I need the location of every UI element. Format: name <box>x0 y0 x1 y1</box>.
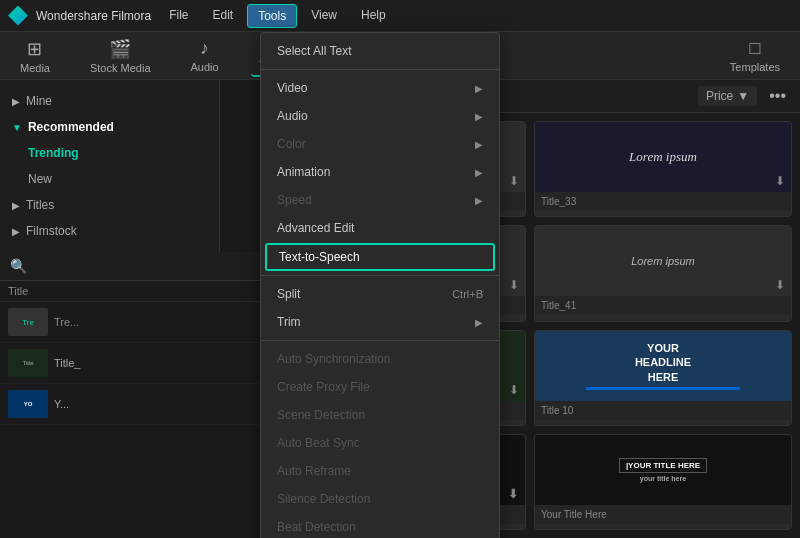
template-thumb-33: Lorem ipsum ⬇ <box>535 122 791 192</box>
audio-arrow-icon: ▶ <box>475 111 483 122</box>
template-thumb-10: YOURHEADLINEHERE <box>535 331 791 401</box>
title-list: Tre Tre... Title Title_ YO Y... <box>0 302 260 425</box>
toolbar-audio[interactable]: ♪ Audio <box>183 34 227 77</box>
sidebar-trending[interactable]: Trending <box>0 140 219 166</box>
template-title-33[interactable]: Lorem ipsum ⬇ Title_33 <box>534 121 792 217</box>
mine-triangle-icon: ▶ <box>12 96 20 107</box>
menu-file[interactable]: File <box>159 4 198 28</box>
menu-scene-detect: Scene Detection <box>261 401 499 429</box>
speed-arrow-icon: ▶ <box>475 195 483 206</box>
menu-trim[interactable]: Trim ▶ <box>261 308 499 336</box>
title-list-item-1[interactable]: Title Title_ <box>0 343 260 384</box>
color-arrow-icon: ▶ <box>475 139 483 150</box>
menu-auto-sync: Auto Synchronization <box>261 345 499 373</box>
download-icon-33: ⬇ <box>775 174 785 188</box>
menu-text-to-speech[interactable]: Text-to-Speech <box>265 243 495 271</box>
left-panel: ▶ Mine ▼ Recommended Trending New ▶ Titl… <box>0 80 260 538</box>
animation-arrow-icon: ▶ <box>475 167 483 178</box>
toolbar-stock-media[interactable]: 🎬 Stock Media <box>82 34 159 78</box>
stock-media-icon: 🎬 <box>109 38 131 60</box>
template-label-your-title-2: Your Title Here <box>535 505 791 524</box>
menu-help[interactable]: Help <box>351 4 396 28</box>
download-icon-41: ⬇ <box>775 278 785 292</box>
download-icon-your-title-1: ⬇ <box>508 487 519 501</box>
more-options-button[interactable]: ••• <box>765 87 790 105</box>
menu-create-proxy: Create Proxy File <box>261 373 499 401</box>
menu-audio[interactable]: Audio ▶ <box>261 102 499 130</box>
trim-arrow-icon: ▶ <box>475 317 483 328</box>
recommended-triangle-icon: ▼ <box>12 122 22 133</box>
menu-silence-detect: Silence Detection <box>261 485 499 513</box>
menu-color: Color ▶ <box>261 130 499 158</box>
app-name: Wondershare Filmora <box>36 9 151 23</box>
title-thumb-2: YO <box>8 390 48 418</box>
download-icon-27: ⬇ <box>509 278 519 292</box>
sidebar: ▶ Mine ▼ Recommended Trending New ▶ Titl… <box>0 80 220 252</box>
split-shortcut: Ctrl+B <box>452 288 483 300</box>
menu-bar: File Edit Tools View Help <box>159 4 396 28</box>
filmstock-triangle-icon: ▶ <box>12 226 20 237</box>
media-icon: ⊞ <box>27 38 42 60</box>
title-bar: Wondershare Filmora File Edit Tools View… <box>0 0 800 32</box>
toolbar-templates[interactable]: □ Templates <box>722 34 788 77</box>
sidebar-titles[interactable]: ▶ Titles <box>0 192 219 218</box>
menu-auto-beat: Auto Beat Sync <box>261 429 499 457</box>
tools-menu: Select All Text Video ▶ Audio ▶ Color ▶ … <box>260 32 500 538</box>
title-col-header: Title <box>0 281 260 302</box>
menu-divider-2 <box>261 275 499 276</box>
title-thumb-1: Title <box>8 349 48 377</box>
title-list-trending[interactable]: Tre Tre... <box>0 302 260 343</box>
headline-blue-bar <box>586 387 740 390</box>
template-thumb-your-title-2: |YOUR TITLE HERE your title here <box>535 435 791 505</box>
menu-auto-reframe: Auto Reframe <box>261 457 499 485</box>
menu-speed: Speed ▶ <box>261 186 499 214</box>
panel-search-row: 🔍 <box>0 252 260 281</box>
templates-icon: □ <box>749 38 760 59</box>
template-your-title-2[interactable]: |YOUR TITLE HERE your title here Your Ti… <box>534 434 792 530</box>
title-list-item-2[interactable]: YO Y... <box>0 384 260 425</box>
menu-select-all-text[interactable]: Select All Text <box>261 37 499 65</box>
menu-advanced-edit[interactable]: Advanced Edit <box>261 214 499 242</box>
template-label-33: Title_33 <box>535 192 791 211</box>
title-thumb-trending: Tre <box>8 308 48 336</box>
menu-split[interactable]: Split Ctrl+B <box>261 280 499 308</box>
template-label-10: Title 10 <box>535 401 791 420</box>
menu-divider-1 <box>261 69 499 70</box>
template-thumb-41: Lorem ipsum ⬇ <box>535 226 791 296</box>
menu-edit[interactable]: Edit <box>203 4 244 28</box>
sidebar-recommended[interactable]: ▼ Recommended <box>0 114 219 140</box>
download-icon: ⬇ <box>509 174 519 188</box>
template-title-41[interactable]: Lorem ipsum ⬇ Title_41 <box>534 225 792 321</box>
app-logo <box>8 6 28 26</box>
video-arrow-icon: ▶ <box>475 83 483 94</box>
menu-video[interactable]: Video ▶ <box>261 74 499 102</box>
audio-icon: ♪ <box>200 38 209 59</box>
menu-tools[interactable]: Tools <box>247 4 297 28</box>
sidebar-new[interactable]: New <box>0 166 219 192</box>
template-title-10[interactable]: YOURHEADLINEHERE Title 10 <box>534 330 792 426</box>
titles-triangle-icon: ▶ <box>12 200 20 211</box>
menu-beat-detect: Beat Detection <box>261 513 499 538</box>
chevron-down-icon: ▼ <box>737 89 749 103</box>
sort-dropdown[interactable]: Price ▼ <box>698 86 757 106</box>
menu-divider-3 <box>261 340 499 341</box>
panel-search-icon: 🔍 <box>10 258 27 274</box>
sidebar-filmstock[interactable]: ▶ Filmstock <box>0 218 219 244</box>
menu-view[interactable]: View <box>301 4 347 28</box>
toolbar-media[interactable]: ⊞ Media <box>12 34 58 78</box>
menu-animation[interactable]: Animation ▶ <box>261 158 499 186</box>
download-icon-40: ⬇ <box>509 383 519 397</box>
sidebar-mine[interactable]: ▶ Mine <box>0 88 219 114</box>
template-label-41: Title_41 <box>535 296 791 315</box>
